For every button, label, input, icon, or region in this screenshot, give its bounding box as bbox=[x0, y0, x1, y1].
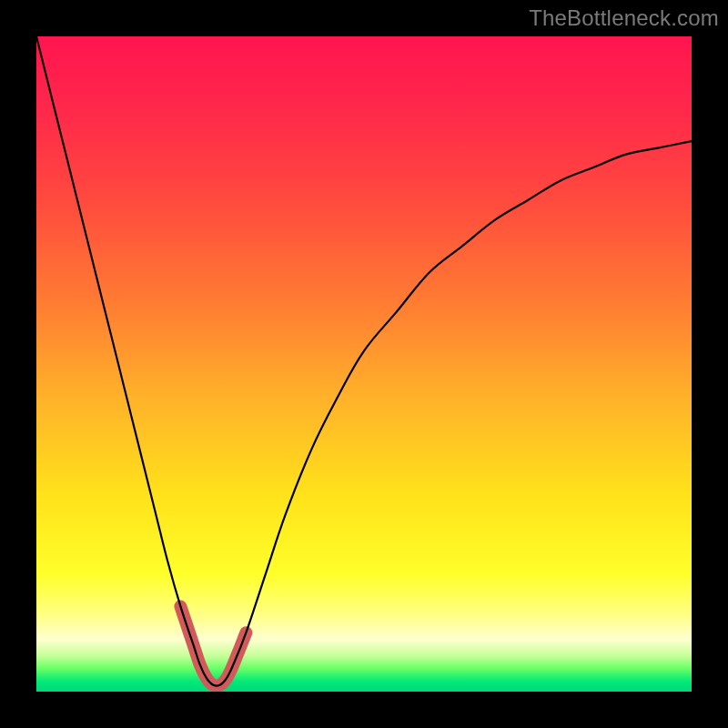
chart-frame: TheBottleneck.com bbox=[0, 0, 728, 728]
plot-area bbox=[36, 36, 692, 692]
chart-svg bbox=[36, 36, 692, 692]
watermark-text: TheBottleneck.com bbox=[529, 5, 719, 31]
gradient-background bbox=[36, 36, 692, 692]
